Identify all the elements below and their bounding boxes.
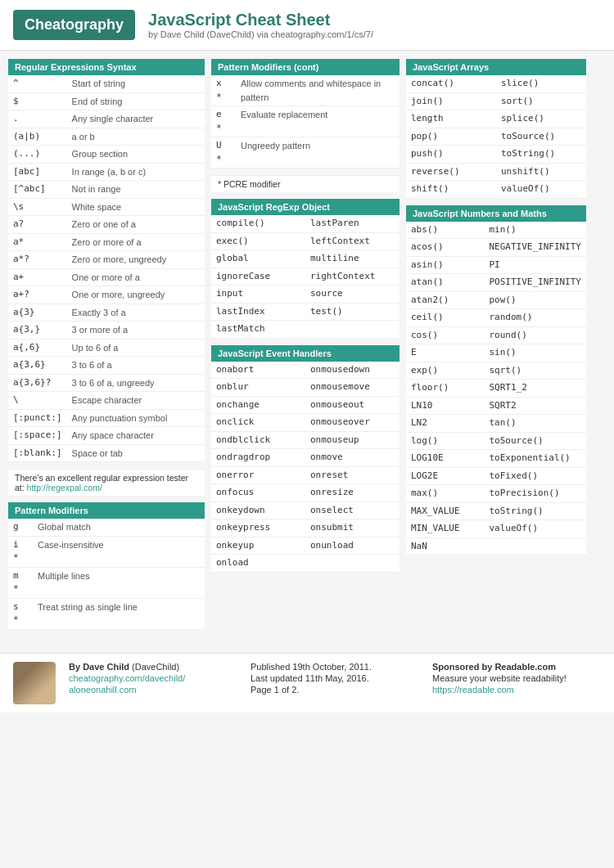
table-row: a+One or more of a xyxy=(8,268,205,286)
event-handlers-table: onabortonmousedownonbluronmousemoveoncha… xyxy=(211,362,400,573)
table-row: ignoreCaserightContext xyxy=(211,268,400,286)
table-row: (...)Group section xyxy=(8,146,205,164)
author-link2[interactable]: aloneonahill.com xyxy=(69,685,137,695)
table-row: LOG10EtoExponential() xyxy=(406,450,586,468)
table-row: onkeypressonsubmit xyxy=(211,519,400,537)
table-row: m *Multiple lines xyxy=(8,567,205,598)
left-column: Regular Expressions Syntax ^Start of str… xyxy=(8,59,205,636)
table-row: globalmultiline xyxy=(211,250,400,268)
regex-syntax-header: Regular Expressions Syntax xyxy=(8,59,205,75)
table-row: abs()min() xyxy=(406,222,586,239)
table-row: \Escape character xyxy=(8,392,205,410)
table-row: lastMatch xyxy=(211,321,400,339)
table-row: a+?One or more, ungreedy xyxy=(8,286,205,304)
page-subtitle: by Dave Child (DaveChild) via cheatograp… xyxy=(148,29,373,39)
table-row: (a|b)a or b xyxy=(8,128,205,146)
table-row: push()toString() xyxy=(406,146,586,164)
logo: Cheatography xyxy=(13,10,135,40)
table-row: onclickonmouseover xyxy=(211,414,400,432)
table-row: [:space:]Any space character xyxy=(8,427,205,445)
table-row: MAX_VALUEtoString() xyxy=(406,502,586,520)
table-row: a*?Zero or more, ungreedy xyxy=(8,251,205,269)
page-header: Cheatography JavaScript Cheat Sheet by D… xyxy=(0,0,614,51)
table-row: onkeydownonselect xyxy=(211,501,400,519)
table-row: [:punct:]Any punctuation symbol xyxy=(8,409,205,427)
pattern-modifiers-table: gGlobal matchi *Case-insensitivem *Multi… xyxy=(8,519,205,630)
table-row: Esin() xyxy=(406,344,586,362)
table-row: shift()valueOf() xyxy=(406,181,586,199)
table-row: concat()slice() xyxy=(406,75,586,92)
author-link1[interactable]: cheatography.com/davechild/ xyxy=(69,673,185,683)
table-row: exec()leftContext xyxy=(211,232,400,250)
pcre-note: * PCRE modifier xyxy=(211,175,400,192)
table-row: pop()toSource() xyxy=(406,128,586,146)
js-arrays-header: JavaScript Arrays xyxy=(406,59,586,75)
table-row: ondragdroponmove xyxy=(211,449,400,467)
pattern-modifiers-cont-table: x *Allow comments and whitespace in patt… xyxy=(211,75,400,169)
table-row: LOG2EtoFixed() xyxy=(406,467,586,485)
table-row: LN2tan() xyxy=(406,415,586,433)
table-row: inputsource xyxy=(211,286,400,304)
table-row: onabortonmousedown xyxy=(211,362,400,379)
pattern-modifiers-cont-header: Pattern Modifiers (cont) xyxy=(211,59,400,75)
author-avatar xyxy=(13,662,56,704)
table-row: onload xyxy=(211,555,400,573)
page-footer: By Dave Child (DaveChild) cheatography.c… xyxy=(0,653,614,713)
regexpal-link[interactable]: http://regexpal.com/ xyxy=(27,483,102,492)
table-row: [:blank:]Space or tab xyxy=(8,444,205,462)
table-row: .Any single character xyxy=(8,110,205,128)
regex-note: There's an excellent regular expression … xyxy=(8,469,205,496)
table-row: MIN_VALUEvalueOf() xyxy=(406,520,586,538)
table-row: s *Treat string as single line xyxy=(8,598,205,629)
sponsor-link[interactable]: https://readable.com xyxy=(432,685,514,695)
table-row: log()toSource() xyxy=(406,432,586,450)
table-row: \sWhite space xyxy=(8,198,205,216)
table-row: lengthsplice() xyxy=(406,110,586,128)
table-row: a{3,}3 or more of a xyxy=(8,322,205,340)
middle-column: Pattern Modifiers (cont) x *Allow commen… xyxy=(211,59,400,579)
regexp-object-header: JavaScript RegExp Object xyxy=(211,199,400,215)
table-row: onerroronreset xyxy=(211,466,400,484)
table-row: LN10SQRT2 xyxy=(406,397,586,415)
table-row: U *Ungreedy pattern xyxy=(211,137,400,169)
table-row: NaN xyxy=(406,537,586,555)
table-row: [^abc]Not in range xyxy=(8,181,205,199)
table-row: onchangeonmouseout xyxy=(211,396,400,414)
table-row: i *Case-insensitive xyxy=(8,536,205,567)
js-numbers-header: JavaScript Numbers and Maths xyxy=(406,205,586,222)
table-row: floor()SQRT1_2 xyxy=(406,380,586,398)
table-row: a{,6}Up to 6 of a xyxy=(8,339,205,357)
right-column: JavaScript Arrays concat()slice()join()s… xyxy=(406,59,586,562)
js-numbers-table: abs()min()acos()NEGATIVE_INFINITYasin()P… xyxy=(406,222,586,556)
table-row: ondblclickonmouseup xyxy=(211,431,400,449)
table-row: asin()PI xyxy=(406,256,586,274)
header-title: JavaScript Cheat Sheet by Dave Child (Da… xyxy=(148,11,373,39)
table-row: [abc]In range (a, b or c) xyxy=(8,163,205,181)
table-row: compile()lastParen xyxy=(211,215,400,232)
table-row: x *Allow comments and whitespace in patt… xyxy=(211,75,400,106)
table-row: a{3,6}3 to 6 of a xyxy=(8,357,205,375)
table-row: ceil()random() xyxy=(406,309,586,327)
table-row: onkeyuponunload xyxy=(211,537,400,555)
regexp-object-table: compile()lastParenexec()leftContextgloba… xyxy=(211,215,400,339)
avatar-image xyxy=(13,662,56,704)
table-row: join()sort() xyxy=(406,92,586,110)
table-row: acos()NEGATIVE_INFINITY xyxy=(406,239,586,257)
table-row: a*Zero or more of a xyxy=(8,233,205,251)
footer-author: By Dave Child (DaveChild) cheatography.c… xyxy=(69,662,237,696)
table-row: a{3,6}?3 to 6 of a, ungreedy xyxy=(8,374,205,392)
table-row: e *Evaluate replacement xyxy=(211,106,400,137)
table-row: atan2()pow() xyxy=(406,291,586,309)
table-row: ^Start of string xyxy=(8,75,205,92)
table-row: onbluronmousemove xyxy=(211,379,400,397)
table-row: a{3}Exactly 3 of a xyxy=(8,304,205,322)
table-row: onfocusonresize xyxy=(211,484,400,502)
table-row: gGlobal match xyxy=(8,519,205,536)
table-row: a?Zero or one of a xyxy=(8,216,205,234)
pattern-modifiers-header: Pattern Modifiers xyxy=(8,502,205,519)
regex-syntax-table: ^Start of string$End of string.Any singl… xyxy=(8,75,205,462)
footer-sponsor: Sponsored by Readable.com Measure your w… xyxy=(432,662,601,696)
footer-publish-info: Published 19th October, 2011. Last updat… xyxy=(251,662,419,696)
page-title: JavaScript Cheat Sheet xyxy=(148,11,373,29)
event-handlers-header: JavaScript Event Handlers xyxy=(211,345,400,362)
